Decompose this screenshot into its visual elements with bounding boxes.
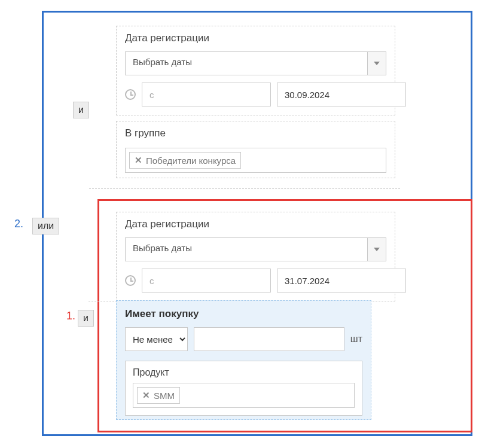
group-chip: ✕ Победители конкурса [129, 152, 241, 169]
condition-in-group: В группе ✕ Победители конкурса [116, 121, 395, 178]
condition-registration-date-1: Дата регистрации Выбрать даты [116, 26, 395, 115]
purchase-unit-label: шт [350, 334, 362, 345]
connector-and-1[interactable]: и [73, 102, 89, 118]
product-title: Продукт [133, 367, 355, 378]
date-from-input[interactable] [142, 269, 271, 292]
group-tag-input[interactable]: ✕ Победители конкурса [125, 148, 386, 173]
product-tag-input[interactable]: ✕ SMM [133, 383, 355, 408]
chevron-down-icon [367, 51, 386, 75]
close-icon[interactable]: ✕ [135, 155, 142, 166]
clock-icon [125, 89, 136, 100]
date-mode-select[interactable]: Выбрать даты [125, 51, 386, 75]
group-chip-label: Победители конкурса [146, 156, 236, 166]
date-from-input[interactable] [142, 83, 271, 106]
connector-or[interactable]: или [32, 218, 59, 234]
callout-number-2: 2. [14, 218, 23, 230]
condition-has-purchase: Имеет покупку Не менее шт Продукт ✕ SMM [116, 300, 371, 420]
filter-builder-canvas: 2. 1. и или и Дата регистрации Выбрать д… [6, 6, 476, 442]
purchase-qty-input[interactable] [194, 327, 344, 351]
callout-number-1: 1. [66, 310, 75, 322]
close-icon[interactable]: ✕ [142, 390, 150, 401]
condition-title: В группе [117, 121, 395, 141]
condition-title: Имеет покупку [117, 301, 371, 320]
clock-icon [125, 275, 136, 286]
product-chip-label: SMM [154, 391, 175, 401]
separator-between-blocks [89, 188, 400, 189]
chevron-down-icon [367, 237, 386, 261]
condition-registration-date-2: Дата регистрации Выбрать даты [116, 212, 395, 301]
condition-title: Дата регистрации [117, 26, 395, 45]
product-chip: ✕ SMM [137, 387, 180, 404]
connector-and-2[interactable]: и [78, 310, 94, 327]
date-to-input[interactable] [277, 269, 406, 292]
date-mode-label: Выбрать даты [125, 51, 367, 75]
purchase-product-box: Продукт ✕ SMM [125, 361, 362, 416]
date-mode-label: Выбрать даты [125, 237, 367, 261]
date-mode-select[interactable]: Выбрать даты [125, 237, 386, 261]
date-to-input[interactable] [277, 83, 406, 106]
purchase-operator-select[interactable]: Не менее [125, 327, 188, 351]
condition-title: Дата регистрации [117, 212, 395, 231]
